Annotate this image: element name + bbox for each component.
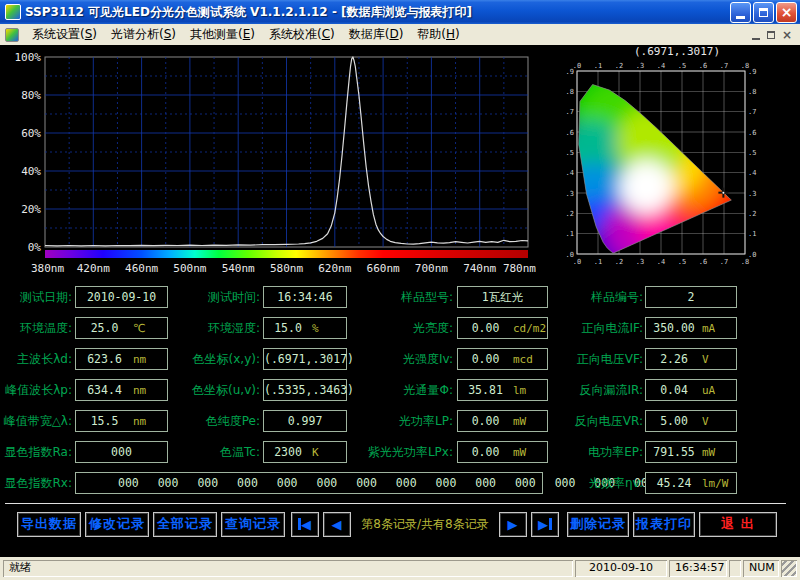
last-record-bar-icon — [549, 518, 552, 530]
status-empty-cell — [729, 560, 741, 577]
field-unit-reverse-leakage: uA — [702, 384, 736, 397]
field-box-forward-voltage: 2.26V — [645, 348, 737, 370]
field-label-luminous-flux: 光通量Φ: — [303, 379, 453, 401]
window-controls: × — [730, 2, 797, 23]
resize-grip[interactable] — [781, 560, 797, 577]
button-bar: 导出数据修改记录全部记录查询记录◀◀第8条记录/共有8条记录▶▶删除记录报表打印… — [0, 509, 800, 539]
field-box-forward-current: 350.00mA — [645, 317, 737, 339]
field-label-luminous-intensity: 光强度Iv: — [303, 348, 453, 370]
field-value-sample-number: 2 — [646, 290, 736, 304]
field-label-test-date: 测试日期: — [0, 286, 72, 308]
field-label-ambient-temp: 环境温度: — [0, 317, 72, 339]
field-box-sample-number: 2 — [645, 286, 737, 308]
menu-item-0[interactable]: 系统设置(S) — [25, 25, 104, 43]
field-label-cri-ra: 显色指数Ra: — [0, 441, 72, 463]
delete-record-button[interactable]: 删除记录 — [567, 512, 629, 537]
field-label-test-time: 测试时间: — [110, 286, 260, 308]
status-bar: 就绪 2010-09-10 16:34:57 NUM — [0, 557, 800, 580]
field-label-reverse-voltage: 反向电压VR: — [493, 410, 643, 432]
menu-item-5[interactable]: 帮助(H) — [410, 25, 466, 43]
field-label-cri-rx: 显色指数Rx: — [0, 472, 72, 494]
field-label-luminance: 光亮度: — [303, 317, 453, 339]
export-data-button[interactable]: 导出数据 — [17, 512, 81, 537]
status-date: 2010-09-10 — [575, 560, 667, 577]
field-label-ambient-humidity: 环境湿度: — [110, 317, 260, 339]
field-unit-luminous-efficacy: lm/W — [702, 477, 736, 490]
close-button[interactable]: × — [776, 2, 797, 23]
restore-button[interactable] — [753, 2, 774, 23]
field-box-cri-rx: 000 000 000 000 000 000 000 000 000 000 … — [75, 472, 543, 494]
field-label-forward-current: 正向电流IF: — [493, 317, 643, 339]
application-window: SSP3112 可见光LED分光分色测试系统 V1.1.2.1.12 - [数据… — [0, 0, 800, 580]
field-label-sample-number: 样品编号: — [493, 286, 643, 308]
menu-items: 系统设置(S)光谱分析(S)其他测量(E)系统校准(C)数据库(D)帮助(H) — [25, 26, 467, 43]
first-record-button[interactable]: ◀ — [291, 512, 319, 537]
menu-bar: 系统设置(S)光谱分析(S)其他测量(E)系统校准(C)数据库(D)帮助(H) … — [0, 24, 800, 45]
field-label-uv-optical-power: 紫光光功率LPx: — [303, 441, 453, 463]
field-label-sample-model: 样品型号: — [303, 286, 453, 308]
menu-item-2[interactable]: 其他测量(E) — [183, 25, 262, 43]
title-bar: SSP3112 可见光LED分光分色测试系统 V1.1.2.1.12 - [数据… — [0, 0, 800, 24]
mdi-restore-button[interactable] — [767, 31, 775, 39]
minimize-icon — [736, 16, 745, 19]
field-box-luminous-efficacy: 45.24lm/W — [645, 472, 737, 494]
client-area: 100%80%60%40%20%0%380nm420nm460nm500nm54… — [0, 45, 800, 557]
minimize-button[interactable] — [730, 2, 751, 23]
menu-item-4[interactable]: 数据库(D) — [342, 25, 411, 43]
field-unit-reverse-voltage: V — [702, 415, 736, 428]
field-box-reverse-voltage: 5.00V — [645, 410, 737, 432]
next-record-button[interactable]: ▶ — [499, 512, 527, 537]
next-record-icon: ▶ — [508, 518, 519, 531]
mdi-window-controls: × — [752, 29, 798, 41]
exit-button[interactable]: 退 出 — [699, 512, 777, 537]
field-label-luminous-efficacy: 光效率ηv: — [493, 472, 643, 494]
record-counter: 第8条记录/共有8条记录 — [351, 516, 499, 533]
field-unit-electrical-power: mW — [702, 446, 736, 459]
field-value-electrical-power: 791.55 — [646, 445, 702, 459]
field-unit-forward-voltage: V — [702, 353, 736, 366]
app-icon — [5, 4, 21, 20]
previous-record-button[interactable]: ◀ — [323, 512, 351, 537]
first-record-icon: ◀ — [301, 518, 312, 531]
previous-record-icon: ◀ — [332, 518, 343, 531]
separator-line — [5, 503, 786, 504]
status-num-indicator: NUM — [743, 560, 779, 577]
mdi-close-button[interactable]: × — [782, 29, 792, 41]
field-label-forward-voltage: 正向电压VF: — [493, 348, 643, 370]
modify-record-button[interactable]: 修改记录 — [85, 512, 149, 537]
field-label-dominant-wavelength: 主波长λd: — [0, 348, 72, 370]
field-label-chromaticity-uv: 色坐标(u,v): — [110, 379, 260, 401]
field-label-reverse-leakage: 反向漏流IR: — [493, 379, 643, 401]
field-label-chromaticity-xy: 色坐标(x,y): — [110, 348, 260, 370]
measurement-fields: 测试日期:2010-09-10环境温度:25.0℃主波长λd:623.6nm峰值… — [0, 45, 800, 505]
field-label-peak-wavelength: 峰值波长λp: — [0, 379, 72, 401]
field-box-electrical-power: 791.55mW — [645, 441, 737, 463]
restore-icon — [759, 8, 768, 17]
field-label-bandwidth: 峰值带宽△λ: — [0, 410, 72, 432]
print-report-button[interactable]: 报表打印 — [633, 512, 695, 537]
status-ready: 就绪 — [3, 560, 573, 577]
field-label-electrical-power: 电功率EP: — [493, 441, 643, 463]
field-value-luminous-efficacy: 45.24 — [646, 476, 702, 490]
field-value-forward-current: 350.00 — [646, 321, 702, 335]
mdi-minimize-button[interactable] — [752, 38, 760, 40]
field-label-color-purity: 色纯度Pe: — [110, 410, 260, 432]
last-record-button[interactable]: ▶ — [531, 512, 559, 537]
mdi-child-icon — [5, 28, 19, 42]
field-unit-forward-current: mA — [702, 322, 736, 335]
menu-item-3[interactable]: 系统校准(C) — [262, 25, 342, 43]
field-box-reverse-leakage: 0.04uA — [645, 379, 737, 401]
query-records-button[interactable]: 查询记录 — [221, 512, 285, 537]
field-value-reverse-leakage: 0.04 — [646, 383, 702, 397]
menu-item-1[interactable]: 光谱分析(S) — [104, 25, 183, 43]
last-record-icon: ▶ — [538, 518, 549, 531]
field-label-color-temperature: 色温Tc: — [110, 441, 260, 463]
field-value-reverse-voltage: 5.00 — [646, 414, 702, 428]
status-time: 16:34:57 — [669, 560, 727, 577]
field-label-optical-power: 光功率LP: — [303, 410, 453, 432]
all-records-button[interactable]: 全部记录 — [153, 512, 217, 537]
field-value-forward-voltage: 2.26 — [646, 352, 702, 366]
window-title: SSP3112 可见光LED分光分色测试系统 V1.1.2.1.12 - [数据… — [25, 4, 730, 21]
